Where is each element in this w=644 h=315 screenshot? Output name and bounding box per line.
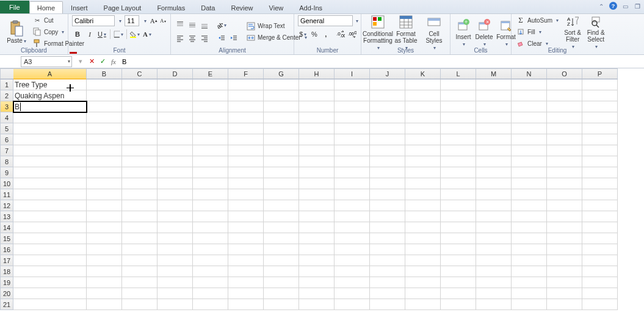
cell-P9[interactable] — [582, 167, 618, 178]
cell-I1[interactable] — [335, 79, 370, 90]
cell-G2[interactable] — [264, 90, 299, 101]
cell-G3[interactable] — [264, 101, 299, 112]
cell-M8[interactable] — [476, 156, 512, 167]
cell-N1[interactable] — [512, 79, 547, 90]
row-header-21[interactable]: 21 — [0, 299, 13, 310]
tab-formulas[interactable]: Formulas — [149, 1, 193, 13]
increase-decimal-icon[interactable]: .0.00 — [336, 29, 346, 40]
cell-A5[interactable] — [13, 123, 87, 134]
cell-styles-button[interactable]: Cell Styles — [421, 15, 447, 48]
cell-H14[interactable] — [299, 222, 335, 233]
cell-J7[interactable] — [370, 145, 405, 156]
cell-H10[interactable] — [299, 178, 335, 189]
fill-button[interactable]: Fill — [515, 27, 560, 37]
format-as-table-button[interactable]: Format as Table — [393, 15, 419, 48]
cell-L3[interactable] — [441, 101, 476, 112]
cell-J9[interactable] — [370, 167, 405, 178]
cell-A13[interactable] — [13, 211, 87, 222]
cell-C16[interactable] — [122, 244, 157, 255]
cell-O12[interactable] — [547, 200, 582, 211]
cell-N10[interactable] — [512, 178, 547, 189]
cell-P6[interactable] — [582, 134, 618, 145]
cell-J21[interactable] — [370, 299, 405, 310]
cell-K1[interactable] — [405, 79, 441, 90]
row-header-2[interactable]: 2 — [0, 90, 13, 101]
cell-H19[interactable] — [299, 277, 335, 288]
cell-B17[interactable] — [87, 255, 122, 266]
align-left-icon[interactable] — [175, 33, 186, 44]
cell-B4[interactable] — [87, 112, 122, 123]
cell-I13[interactable] — [335, 211, 370, 222]
cell-I19[interactable] — [335, 277, 370, 288]
cell-G4[interactable] — [264, 112, 299, 123]
cell-J13[interactable] — [370, 211, 405, 222]
cell-J14[interactable] — [370, 222, 405, 233]
cell-A1[interactable]: Tree Type — [13, 79, 87, 90]
cell-K17[interactable] — [405, 255, 441, 266]
cell-N6[interactable] — [512, 134, 547, 145]
cell-L19[interactable] — [441, 277, 476, 288]
column-header-N[interactable]: N — [512, 68, 547, 79]
delete-cells-button[interactable]: ×Delete — [475, 15, 493, 48]
cell-H1[interactable] — [299, 79, 335, 90]
cell-E6[interactable] — [193, 134, 228, 145]
row-header-10[interactable]: 10 — [0, 178, 13, 189]
column-header-M[interactable]: M — [476, 68, 512, 79]
cell-L11[interactable] — [441, 189, 476, 200]
cell-O21[interactable] — [547, 299, 582, 310]
cell-I3[interactable] — [335, 101, 370, 112]
cell-F15[interactable] — [228, 233, 264, 244]
cell-B11[interactable] — [87, 189, 122, 200]
decrease-decimal-icon[interactable]: .00.0 — [347, 29, 357, 40]
cell-G9[interactable] — [264, 167, 299, 178]
cell-D21[interactable] — [157, 299, 193, 310]
cell-H17[interactable] — [299, 255, 335, 266]
cell-M18[interactable] — [476, 266, 512, 277]
row-header-17[interactable]: 17 — [0, 255, 13, 266]
cell-K12[interactable] — [405, 200, 441, 211]
find-select-button[interactable]: Find & Select — [585, 15, 606, 48]
cell-P11[interactable] — [582, 189, 618, 200]
cell-C13[interactable] — [122, 211, 157, 222]
cell-E19[interactable] — [193, 277, 228, 288]
cell-C21[interactable] — [122, 299, 157, 310]
cell-L16[interactable] — [441, 244, 476, 255]
cell-M16[interactable] — [476, 244, 512, 255]
font-name-box[interactable] — [72, 15, 115, 26]
cell-P1[interactable] — [582, 79, 618, 90]
cell-D8[interactable] — [157, 156, 193, 167]
cell-N18[interactable] — [512, 266, 547, 277]
cell-G19[interactable] — [264, 277, 299, 288]
cell-N19[interactable] — [512, 277, 547, 288]
increase-indent-icon[interactable] — [228, 33, 239, 44]
sort-filter-button[interactable]: AZSort & Filter — [562, 15, 583, 48]
cell-P3[interactable] — [582, 101, 618, 112]
cancel-formula-icon[interactable]: ✕ — [87, 57, 96, 67]
cell-L20[interactable] — [441, 288, 476, 299]
cell-B8[interactable] — [87, 156, 122, 167]
cell-P10[interactable] — [582, 178, 618, 189]
cell-N3[interactable] — [512, 101, 547, 112]
cell-E12[interactable] — [193, 200, 228, 211]
cell-O9[interactable] — [547, 167, 582, 178]
tab-insert[interactable]: Insert — [63, 1, 96, 13]
cell-I2[interactable] — [335, 90, 370, 101]
cell-D5[interactable] — [157, 123, 193, 134]
row-header-8[interactable]: 8 — [0, 156, 13, 167]
cell-A8[interactable] — [13, 156, 87, 167]
column-header-H[interactable]: H — [299, 68, 335, 79]
cell-P14[interactable] — [582, 222, 618, 233]
cell-L1[interactable] — [441, 79, 476, 90]
italic-button[interactable]: I — [84, 29, 95, 40]
cell-I12[interactable] — [335, 200, 370, 211]
cell-I4[interactable] — [335, 112, 370, 123]
cell-K6[interactable] — [405, 134, 441, 145]
cell-K8[interactable] — [405, 156, 441, 167]
cell-M6[interactable] — [476, 134, 512, 145]
font-color-button[interactable]: A — [142, 29, 153, 40]
cell-D7[interactable] — [157, 145, 193, 156]
cell-L14[interactable] — [441, 222, 476, 233]
row-header-19[interactable]: 19 — [0, 277, 13, 288]
cell-L2[interactable] — [441, 90, 476, 101]
cell-N11[interactable] — [512, 189, 547, 200]
